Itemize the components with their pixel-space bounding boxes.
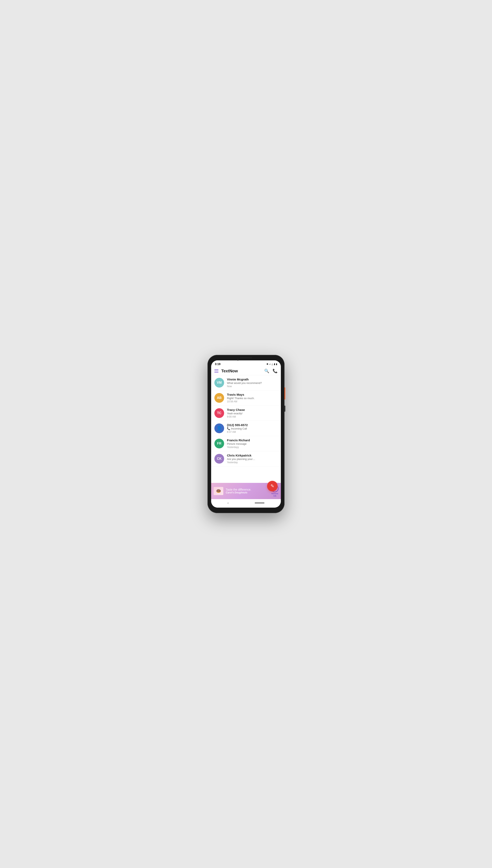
- avatar-initials-ck: CK: [217, 457, 221, 461]
- status-icons: ✱ ▱ △ ▮ ▮: [267, 363, 277, 366]
- conversation-item-unknown[interactable]: 👤 (312) 555-6572 📞 Incoming Call 8:37 AM: [211, 421, 281, 436]
- conversation-item-ab[interactable]: AB Travis Mays Right! Thanks so much. 10…: [211, 391, 281, 406]
- conv-preview-unknown: 📞 Incoming Call: [227, 427, 278, 430]
- status-time: 3:19: [215, 362, 220, 366]
- avatar-vm: VM: [214, 378, 224, 388]
- conversation-item-tc[interactable]: TC Tracy Chase Yeah exactly! 9:00 AM: [211, 406, 281, 421]
- vibrate-icon: ▱: [269, 363, 271, 366]
- ad-content: Taste the difference. Carol's Doughnuts: [226, 488, 271, 494]
- conv-content-unknown: (312) 555-6572 📞 Incoming Call 8:37 AM: [227, 423, 278, 433]
- bluetooth-icon: ✱: [267, 363, 268, 366]
- battery-icon: ▮: [276, 363, 277, 366]
- conv-time-vm: Now: [227, 385, 278, 388]
- conv-name-vm: Vinnie Mcgrath: [227, 378, 278, 381]
- incoming-call-icon: 📞: [227, 427, 230, 430]
- avatar-fr: FR: [214, 439, 224, 448]
- avatar-initials-fr: FR: [217, 442, 221, 445]
- conv-time-tc: 9:00 AM: [227, 415, 278, 418]
- menu-button[interactable]: [214, 369, 218, 373]
- conversation-item-fr[interactable]: FR Francis Richard Picture message Yeste…: [211, 436, 281, 451]
- conv-name-ck: Chris Kirkpatrick: [227, 454, 278, 457]
- ad-tagline: Taste the difference.: [226, 488, 271, 491]
- signal-icon: ▮: [274, 363, 275, 366]
- avatar-tc: TC: [214, 408, 224, 418]
- conv-preview-fr: Picture message: [227, 442, 278, 445]
- conv-content-tc: Tracy Chase Yeah exactly! 9:00 AM: [227, 408, 278, 418]
- ad-thumbnail: 🍩: [214, 487, 223, 495]
- wifi-icon: △: [272, 363, 273, 366]
- conv-content-fr: Francis Richard Picture message Yesterda…: [227, 439, 278, 449]
- conversation-item-vm[interactable]: VM Vinnie Mcgrath What would you recomme…: [211, 375, 281, 391]
- conv-time-unknown: 8:37 AM: [227, 430, 278, 433]
- compose-icon: ✎: [271, 484, 274, 489]
- front-camera: [237, 359, 239, 360]
- conv-content-ab: Travis Mays Right! Thanks so much. 10:58…: [227, 393, 278, 403]
- conv-name-unknown: (312) 555-6572: [227, 423, 278, 427]
- app-bar-actions: 🔍 📞: [264, 369, 278, 373]
- avatar-initials-vm: VM: [217, 381, 222, 384]
- search-button[interactable]: 🔍: [264, 369, 269, 373]
- conv-preview-vm: What would you recommend?: [227, 381, 278, 384]
- app-title: TextNow: [221, 369, 264, 373]
- phone-screen: 3:19 ✱ ▱ △ ▮ ▮ TextNow 🔍 📞: [211, 360, 281, 508]
- status-bar: 3:19 ✱ ▱ △ ▮ ▮: [211, 360, 281, 367]
- conversation-item-ck[interactable]: CK Chris Kirkpatrick Are you planning yo…: [211, 451, 281, 466]
- conv-time-ab: 10:58 AM: [227, 400, 278, 403]
- remove-ads-label: RemoveAds: [271, 493, 278, 497]
- avatar-initials-tc: TC: [217, 411, 221, 415]
- ad-brand: Carol's Doughnuts: [226, 491, 271, 494]
- app-bar: TextNow 🔍 📞: [211, 367, 281, 375]
- phone-device: 3:19 ✱ ▱ △ ▮ ▮ TextNow 🔍 📞: [207, 355, 285, 513]
- conv-name-tc: Tracy Chase: [227, 408, 278, 412]
- conv-name-ab: Travis Mays: [227, 393, 278, 396]
- avatar-unknown: 👤: [214, 423, 224, 433]
- phone-speaker: [240, 357, 252, 358]
- conv-preview-ab: Right! Thanks so much.: [227, 397, 278, 400]
- conv-name-fr: Francis Richard: [227, 439, 278, 442]
- bottom-nav: ‹: [211, 499, 281, 508]
- avatar-ab: AB: [214, 393, 224, 403]
- conv-preview-ck: Are you planning your…: [227, 458, 278, 461]
- compose-fab[interactable]: ✎: [267, 481, 278, 491]
- conversation-list: VM Vinnie Mcgrath What would you recomme…: [211, 375, 281, 483]
- conv-preview-tc: Yeah exactly!: [227, 412, 278, 415]
- conv-time-fr: Yesterdayy: [227, 446, 278, 449]
- conv-content-ck: Chris Kirkpatrick Are you planning your……: [227, 454, 278, 464]
- dialpad-button[interactable]: 📞: [273, 369, 278, 373]
- avatar-ck: CK: [214, 454, 224, 464]
- conv-time-ck: Yesterday: [227, 461, 278, 464]
- conv-content-vm: Vinnie Mcgrath What would you recommend?…: [227, 378, 278, 388]
- back-button[interactable]: ‹: [227, 501, 228, 505]
- person-icon: 👤: [216, 425, 222, 431]
- home-indicator: [255, 502, 265, 503]
- avatar-initials-ab: AB: [217, 396, 221, 400]
